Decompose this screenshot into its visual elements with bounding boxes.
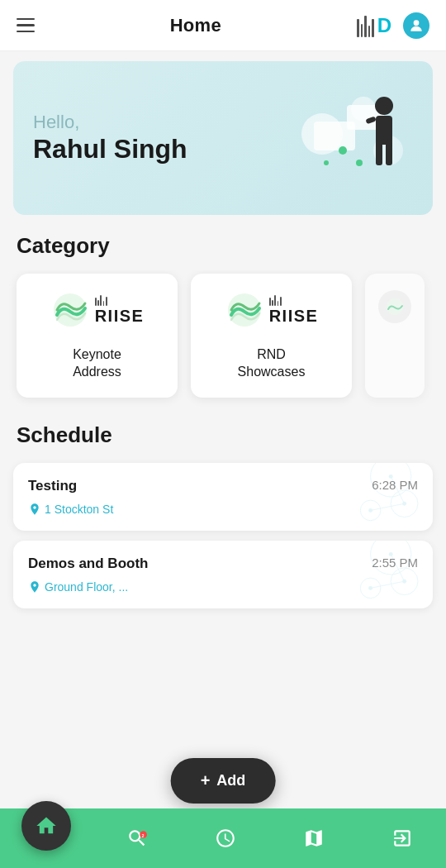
schedule-name-testing: Testing (28, 478, 77, 494)
schedule-location-text-demos: Ground Floor, ... (45, 580, 128, 594)
location-pin-icon-testing (28, 501, 41, 517)
riise-wave-icon-more (385, 297, 405, 317)
riise-wave-icon (50, 290, 90, 330)
category-card-more[interactable] (365, 274, 425, 398)
schedule-item-testing[interactable]: Testing 6:28 PM 1 Stockton St (13, 463, 433, 531)
svg-rect-7 (376, 116, 392, 145)
category-label-keynote: KeynoteAddress (73, 346, 121, 381)
map-icon (303, 827, 325, 849)
riise-bars-rnd (269, 294, 319, 306)
header: Home D (0, 0, 446, 51)
svg-rect-9 (386, 141, 392, 165)
riise-d-letter: D (377, 14, 391, 37)
hero-banner: Hello, Rahul Singh (13, 61, 433, 215)
bottom-navigation: 2 (0, 808, 446, 868)
category-label-rnd: RNDShowcases (238, 346, 306, 381)
menu-icon[interactable] (17, 18, 35, 33)
category-card-keynote[interactable]: RIISE KeynoteAddress (17, 274, 178, 398)
add-label: Add (216, 772, 245, 789)
category-card-rnd[interactable]: RIISE RNDShowcases (191, 274, 352, 398)
add-button[interactable]: + Add (171, 758, 276, 804)
schedule-item-demos[interactable]: Demos and Booth 2:55 PM Ground Floor, ..… (13, 541, 433, 608)
svg-line-32 (371, 581, 405, 588)
person-icon (408, 17, 425, 34)
svg-rect-8 (376, 141, 382, 165)
nav-search-people[interactable]: 2 (115, 821, 159, 856)
clock-icon (215, 827, 236, 849)
riise-logo-icon: D (357, 14, 391, 37)
riise-wave-icon-rnd (225, 290, 264, 330)
riise-brand-keynote: RIISE (50, 290, 145, 330)
home-icon (35, 814, 58, 837)
category-title: Category (0, 225, 446, 270)
riise-brand-rnd: RIISE (225, 290, 319, 330)
svg-line-24 (371, 503, 405, 510)
svg-point-11 (339, 146, 347, 155)
svg-point-17 (371, 463, 411, 497)
svg-text:2: 2 (142, 833, 145, 838)
schedule-section: Schedule Testing 6:28 PM 1 (0, 414, 446, 701)
add-icon: + (201, 771, 211, 790)
svg-point-12 (356, 160, 363, 166)
category-scroll[interactable]: RIISE KeynoteAddress (0, 270, 446, 414)
keynote-logo: RIISE (50, 290, 145, 330)
hero-text: Hello, Rahul Singh (33, 112, 187, 165)
hero-name: Rahul Singh (33, 133, 187, 165)
svg-point-6 (375, 97, 393, 115)
hero-illustration (297, 84, 413, 192)
page-title: Home (170, 15, 221, 36)
more-card-placeholder (378, 290, 411, 323)
svg-point-0 (414, 20, 420, 26)
riise-bars-keynote (95, 294, 145, 306)
schedule-bg-pattern (268, 463, 433, 531)
hero-greeting: Hello, (33, 112, 187, 133)
schedule-bg-pattern-2 (268, 541, 433, 608)
nav-map[interactable] (292, 821, 336, 856)
schedule-list: Testing 6:28 PM 1 Stockton St (0, 460, 446, 701)
rnd-logo: RIISE (225, 290, 319, 330)
category-section: Category (0, 225, 446, 414)
schedule-location-text-testing: 1 Stockton St (45, 503, 113, 516)
schedule-name-demos: Demos and Booth (28, 556, 148, 572)
riise-text-logo-rnd: RIISE (269, 294, 319, 326)
location-pin-icon-demos (28, 579, 41, 595)
nav-schedule[interactable] (203, 821, 248, 856)
hero-svg (297, 84, 413, 192)
riise-text-logo-keynote: RIISE (95, 294, 145, 326)
user-avatar[interactable] (403, 12, 429, 39)
search-people-icon: 2 (126, 827, 148, 849)
exit-icon (391, 827, 413, 849)
svg-point-13 (324, 160, 329, 165)
riise-brand-text-keynote: RIISE (95, 307, 145, 326)
nav-home-button[interactable] (21, 801, 71, 851)
riise-brand-text-rnd: RIISE (269, 307, 319, 326)
header-actions: D (357, 12, 429, 39)
svg-point-25 (371, 541, 411, 575)
nav-exit[interactable] (380, 821, 425, 856)
schedule-title: Schedule (0, 414, 446, 460)
